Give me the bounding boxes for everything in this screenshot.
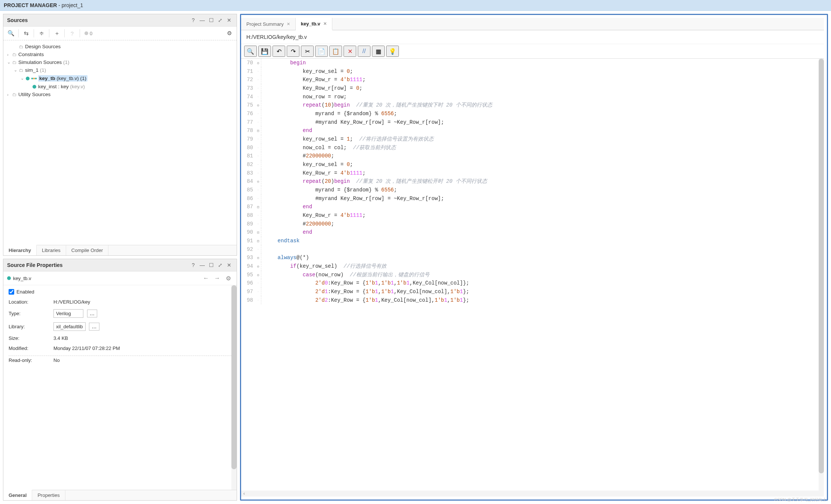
code-line[interactable]: 71· key_row_sel = 0;: [241, 67, 824, 76]
fold-gutter[interactable]: ⊟: [255, 203, 261, 211]
fold-gutter[interactable]: ·: [255, 118, 261, 127]
fold-gutter[interactable]: ⊟: [255, 126, 261, 135]
code-line[interactable]: 92·: [241, 245, 824, 254]
close-icon[interactable]: ✕: [225, 16, 233, 24]
code-line[interactable]: 80· now_col = col; //获取当前列状态: [241, 144, 824, 152]
scroll-left-icon[interactable]: ‹: [243, 491, 245, 496]
settings-icon[interactable]: ⚙: [224, 28, 234, 39]
code-editor[interactable]: 70⊖ begin71· key_row_sel = 0;72· Key_Row…: [241, 59, 824, 491]
code-line[interactable]: 91⊟ endtask: [241, 237, 824, 245]
save-icon[interactable]: 💾: [258, 46, 271, 57]
fold-gutter[interactable]: ·: [255, 160, 261, 169]
fold-gutter[interactable]: ⊟: [255, 237, 261, 245]
tree-design-sources[interactable]: 🗀 Design Sources: [7, 43, 233, 50]
tab-hierarchy[interactable]: Hierarchy: [3, 245, 37, 255]
comment-icon[interactable]: //: [358, 46, 370, 57]
code-line[interactable]: 79· key_row_sel = 1; //将行选择信号设置为有效状态: [241, 135, 824, 144]
search-icon[interactable]: 🔍: [244, 46, 257, 57]
code-line[interactable]: 97· 2'd1:Key_Row = {1'b1,1'b1,Key_Col[no…: [241, 288, 824, 296]
restore-icon[interactable]: ☐: [207, 261, 215, 269]
bulb-icon[interactable]: 💡: [386, 46, 399, 57]
tree-key-tb[interactable]: ⌄ key_tb (key_tb.v) (1): [7, 74, 233, 83]
code-line[interactable]: 78⊟ end: [241, 126, 824, 135]
code-line[interactable]: 73· Key_Row_r[row] = 0;: [241, 84, 824, 93]
chevron-down-icon[interactable]: ⌄: [14, 68, 19, 73]
code-line[interactable]: 74· now_row = row;: [241, 93, 824, 101]
code-line[interactable]: 86· #myrand Key_Row_r[row] = ~Key_Row_r[…: [241, 194, 824, 203]
nav-next-icon[interactable]: →: [213, 274, 222, 283]
tab-compile-order[interactable]: Compile Order: [66, 245, 109, 255]
code-line[interactable]: 87⊟ end: [241, 203, 824, 211]
fold-gutter[interactable]: ·: [255, 220, 261, 228]
fold-gutter[interactable]: ·: [255, 110, 261, 118]
code-line[interactable]: 84⊖ repeat(20)begin //重复 20 次，随机产生按键松开时 …: [241, 177, 824, 186]
code-hscroll[interactable]: ‹: [241, 491, 824, 497]
chevron-down-icon[interactable]: ⌄: [21, 76, 26, 81]
restore-icon[interactable]: ☐: [207, 16, 215, 24]
delete-icon[interactable]: ✕: [344, 46, 356, 57]
fold-gutter[interactable]: ·: [255, 144, 261, 152]
close-icon[interactable]: ✕: [225, 261, 233, 269]
code-line[interactable]: 88· Key_Row_r = 4'b1111;: [241, 211, 824, 220]
tab-general[interactable]: General: [3, 490, 32, 500]
help-icon[interactable]: ?: [190, 16, 197, 24]
add-source-icon[interactable]: ＋: [52, 28, 62, 39]
fold-gutter[interactable]: ·: [255, 186, 261, 194]
tab-libraries[interactable]: Libraries: [37, 245, 66, 255]
code-line[interactable]: 77· #myrand Key_Row_r[row] = ~Key_Row_r[…: [241, 118, 824, 127]
fold-gutter[interactable]: ·: [255, 194, 261, 203]
fold-gutter[interactable]: ⊖: [255, 253, 261, 262]
copy-icon[interactable]: 📄: [315, 46, 328, 57]
code-line[interactable]: 72· Key_Row_r = 4'b1111;: [241, 76, 824, 84]
paste-icon[interactable]: 📋: [329, 46, 342, 57]
tab-project-summary[interactable]: Project Summary ✕: [241, 18, 296, 30]
columns-icon[interactable]: ▦: [372, 46, 385, 57]
fold-gutter[interactable]: ⊖: [255, 177, 261, 186]
code-line[interactable]: 76· myrand = {$random} % 6556;: [241, 110, 824, 118]
help-icon[interactable]: ?: [190, 261, 197, 269]
tab-key-tb-v[interactable]: key_tb.v ✕: [296, 18, 332, 30]
tree-utility-sources[interactable]: ›🗀 Utility Sources: [7, 90, 233, 98]
info-icon[interactable]: ?: [67, 28, 77, 39]
redo-icon[interactable]: ↷: [287, 46, 299, 57]
enabled-checkbox[interactable]: [9, 289, 14, 295]
library-more-button[interactable]: …: [89, 323, 99, 331]
fold-gutter[interactable]: ·: [255, 93, 261, 101]
code-line[interactable]: 82· key_row_sel = 0;: [241, 160, 824, 169]
fold-gutter[interactable]: ·: [255, 169, 261, 178]
code-line[interactable]: 85· myrand = {$random} % 6556;: [241, 186, 824, 194]
fold-gutter[interactable]: ·: [255, 288, 261, 296]
settings-icon[interactable]: ⚙: [224, 274, 233, 283]
code-line[interactable]: 89· #22000000;: [241, 220, 824, 228]
fold-gutter[interactable]: ·: [255, 76, 261, 84]
expand-icon[interactable]: ≑: [36, 28, 47, 39]
fold-gutter[interactable]: ·: [255, 67, 261, 76]
fold-gutter[interactable]: ⊖: [255, 262, 261, 271]
fold-gutter[interactable]: ·: [255, 84, 261, 93]
type-select[interactable]: Verilog: [53, 309, 83, 318]
search-icon[interactable]: 🔍: [6, 28, 16, 39]
cut-icon[interactable]: ✂: [301, 46, 314, 57]
code-line[interactable]: 95⊖ case(now_row) //根据当前行输出，键盘的行信号: [241, 271, 824, 279]
fold-gutter[interactable]: ·: [255, 279, 261, 288]
code-line[interactable]: 96· 2'd0:Key_Row = {1'b1,1'b1,1'b1,Key_C…: [241, 279, 824, 288]
chevron-down-icon[interactable]: ⌄: [7, 60, 12, 65]
code-line[interactable]: 90⊟ end: [241, 228, 824, 237]
type-more-button[interactable]: …: [87, 310, 97, 317]
code-line[interactable]: 83· Key_Row_r = 4'b1111;: [241, 169, 824, 178]
tab-properties[interactable]: Properties: [32, 490, 65, 500]
tree-constraints[interactable]: ›🗀 Constraints: [7, 50, 233, 58]
tree-simulation-sources[interactable]: ⌄🗀 Simulation Sources (1): [7, 58, 233, 66]
collapse-all-icon[interactable]: ⇆: [21, 28, 31, 39]
fold-gutter[interactable]: ·: [255, 135, 261, 144]
chevron-right-icon[interactable]: ›: [7, 52, 12, 57]
code-line[interactable]: 98· 2'd2:Key_Row = {1'b1,Key_Col[now_col…: [241, 296, 824, 305]
code-line[interactable]: 70⊖ begin: [241, 59, 824, 67]
tree-sim-1[interactable]: ⌄🗀 sim_1 (1): [7, 66, 233, 74]
fold-gutter[interactable]: ·: [255, 152, 261, 160]
minimize-icon[interactable]: —: [198, 261, 206, 269]
tree-key-inst[interactable]: key_inst : key (key.v): [7, 83, 233, 90]
undo-icon[interactable]: ↶: [273, 46, 285, 57]
maximize-icon[interactable]: ⤢: [216, 16, 224, 24]
fold-gutter[interactable]: ⊖: [255, 101, 261, 110]
